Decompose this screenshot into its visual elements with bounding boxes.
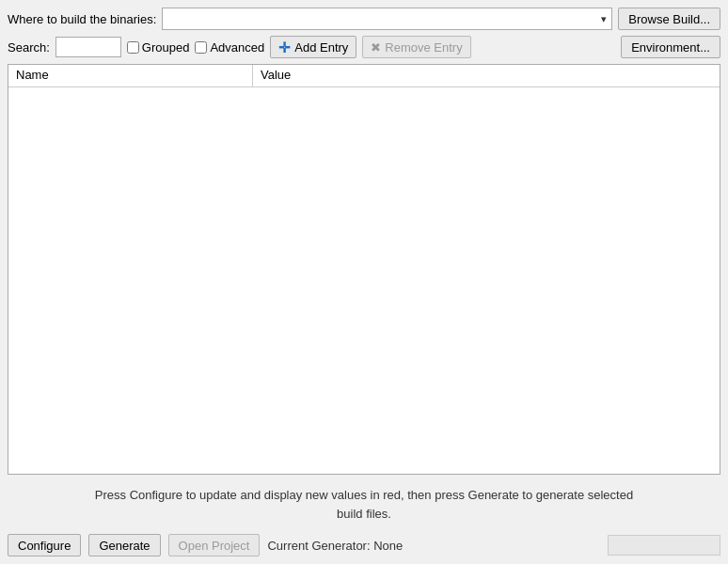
bottom-bar: Configure Generate Open Project Current … xyxy=(8,534,720,556)
configure-button[interactable]: Configure xyxy=(8,534,81,556)
build-path-wrapper xyxy=(162,8,612,30)
environment-button[interactable]: Environment... xyxy=(621,36,720,58)
generate-button[interactable]: Generate xyxy=(88,534,160,556)
add-icon: ✛ xyxy=(278,40,291,55)
browse-build-button[interactable]: Browse Build... xyxy=(618,8,720,30)
add-entry-button[interactable]: ✛ Add Entry xyxy=(270,36,356,58)
build-label: Where to build the binaries: xyxy=(8,12,156,26)
remove-entry-label: Remove Entry xyxy=(385,40,462,55)
build-row: Where to build the binaries: Browse Buil… xyxy=(8,8,720,30)
column-name-header: Name xyxy=(8,65,253,86)
open-project-button: Open Project xyxy=(168,534,261,556)
status-line1: Press Configure to update and display ne… xyxy=(95,488,633,502)
advanced-checkbox-label[interactable]: Advanced xyxy=(195,40,264,55)
column-value-header: Value xyxy=(253,65,720,86)
main-container: Where to build the binaries: Browse Buil… xyxy=(0,0,728,564)
status-text: Press Configure to update and display ne… xyxy=(8,480,720,528)
progress-area xyxy=(608,535,720,556)
grouped-checkbox-label[interactable]: Grouped xyxy=(127,40,190,55)
advanced-label: Advanced xyxy=(210,40,264,55)
add-entry-label: Add Entry xyxy=(294,40,348,55)
toolbar-row: Search: Grouped Advanced ✛ Add Entry ✖ R… xyxy=(8,36,720,58)
entries-table: Name Value xyxy=(8,64,720,475)
build-path-select[interactable] xyxy=(162,8,612,30)
remove-icon: ✖ xyxy=(371,40,381,55)
advanced-checkbox[interactable] xyxy=(195,41,207,54)
status-line2: build files. xyxy=(337,507,391,521)
grouped-checkbox[interactable] xyxy=(127,41,139,54)
generator-label: Current Generator: None xyxy=(267,539,403,553)
search-label: Search: xyxy=(8,40,50,55)
table-header: Name Value xyxy=(8,65,720,87)
grouped-label: Grouped xyxy=(142,40,190,55)
table-body xyxy=(8,87,720,474)
remove-entry-button: ✖ Remove Entry xyxy=(362,36,470,58)
search-input[interactable] xyxy=(55,37,121,57)
